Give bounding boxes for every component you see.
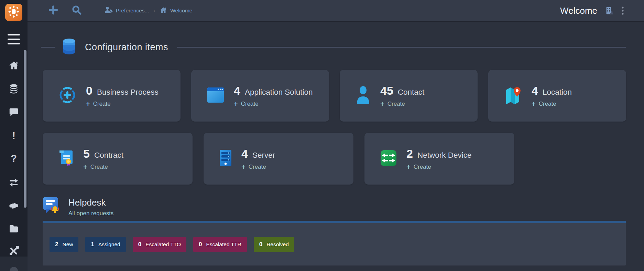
organization-building-icon[interactable]: [605, 6, 614, 15]
sidebar-item-problems[interactable]: ?: [8, 153, 19, 164]
helpdesk-subtitle: All open requests: [68, 210, 113, 217]
card-link[interactable]: 4 Location: [532, 84, 572, 97]
create-link[interactable]: + Create: [532, 101, 572, 107]
question-icon: ?: [11, 153, 17, 164]
kebab-menu-icon[interactable]: [621, 6, 624, 15]
helpdesk-chat-bell-icon: [43, 197, 59, 217]
breadcrumb: Preferences... › Welcome: [105, 7, 193, 15]
quick-create-button[interactable]: [48, 5, 58, 17]
breadcrumb-current-label: Welcome: [170, 8, 192, 14]
sidebar-footer: [0, 257, 28, 271]
contact-person-icon: [356, 86, 371, 105]
badge-label: New: [62, 241, 73, 248]
helpdesk-badge-escalated-ttr[interactable]: 0 Escalated TTR: [193, 237, 247, 252]
helpdesk-badge-new[interactable]: 2 New: [50, 237, 78, 252]
card-label: Network Device: [417, 151, 472, 160]
handshake-icon: [8, 201, 19, 210]
helpdesk-panel: 2 New 1 Assigned 0 Escalated TTO 0 Escal…: [43, 221, 626, 265]
sidebar-item-documents[interactable]: [8, 223, 19, 234]
folder-icon: [9, 224, 19, 232]
plus-icon: +: [83, 164, 87, 170]
create-link[interactable]: + Create: [234, 101, 313, 107]
card-label: Location: [543, 88, 572, 97]
helpdesk-badge-assigned[interactable]: 1 Assigned: [85, 237, 125, 252]
plus-icon: +: [86, 101, 90, 107]
plus-icon: [48, 5, 58, 17]
badge-count: 0: [199, 241, 202, 248]
header-rule-right: [177, 47, 626, 48]
user-menu-label[interactable]: Welcome: [560, 6, 597, 16]
hamburger-menu-icon[interactable]: [8, 34, 20, 44]
location-map-pin-icon: [504, 86, 522, 106]
create-link[interactable]: + Create: [83, 164, 123, 170]
breadcrumb-current[interactable]: Welcome: [160, 7, 192, 15]
card-link[interactable]: 45 Contact: [380, 84, 424, 97]
contract-certificate-icon: [58, 149, 74, 168]
helpdesk-header: Helpdesk All open requests: [43, 197, 113, 217]
badge-count: 0: [259, 241, 262, 248]
card-application-solution: 4 Application Solution + Create: [191, 70, 329, 122]
header-rule-left: [41, 47, 55, 48]
card-count: 0: [86, 84, 92, 97]
plus-icon: +: [380, 101, 384, 107]
card-link[interactable]: 4 Server: [241, 147, 275, 160]
sidebar-item-admin-tools[interactable]: [8, 246, 19, 257]
card-link[interactable]: 4 Application Solution: [234, 84, 313, 97]
database-cylinder-icon: [63, 38, 76, 56]
card-count: 2: [406, 147, 413, 160]
section-title: Configuration items: [85, 42, 168, 53]
create-label: Create: [90, 164, 108, 170]
sidebar-item-incidents[interactable]: !: [8, 130, 19, 141]
card-link[interactable]: 0 Business Process: [86, 84, 159, 97]
server-icon: [219, 149, 232, 168]
create-label: Create: [388, 101, 405, 107]
plus-icon: +: [241, 164, 245, 170]
home-icon: [160, 7, 167, 15]
badge-label: Resolved: [266, 241, 289, 248]
breadcrumb-parent[interactable]: Preferences...: [105, 7, 149, 15]
card-count: 4: [234, 84, 240, 97]
database-icon: [9, 84, 19, 94]
cards-row-1: 0 Business Process + Create: [43, 70, 626, 122]
sidebar-scrollbar[interactable]: [24, 50, 26, 208]
card-count: 45: [380, 84, 393, 97]
section-header: Configuration items: [41, 37, 626, 57]
sidebar: ! ?: [0, 0, 28, 271]
sidebar-item-services[interactable]: [8, 200, 19, 211]
sidebar-item-home[interactable]: [8, 60, 19, 71]
badge-count: 2: [55, 241, 58, 248]
cards-row-2: 5 Contract + Create: [43, 133, 514, 185]
helpdesk-title: Helpdesk: [68, 197, 113, 208]
card-count: 4: [532, 84, 538, 97]
card-link[interactable]: 5 Contract: [83, 147, 123, 160]
sidebar-item-requests[interactable]: [8, 106, 19, 117]
badge-label: Escalated TTO: [145, 241, 181, 248]
home-icon: [9, 61, 19, 70]
main-content: Configuration items 0: [28, 21, 644, 271]
network-device-icon: [380, 150, 397, 168]
sidebar-item-changes[interactable]: [8, 177, 19, 188]
plus-icon: +: [532, 101, 536, 107]
app-logo[interactable]: [5, 4, 22, 21]
business-process-icon: [58, 86, 76, 105]
card-label: Server: [252, 151, 275, 160]
user-avatar[interactable]: [10, 267, 18, 271]
card-label: Contact: [398, 88, 425, 97]
create-link[interactable]: + Create: [406, 164, 471, 170]
global-search-button[interactable]: [72, 5, 82, 17]
badge-count: 0: [138, 241, 141, 248]
badge-label: Escalated TTR: [206, 241, 241, 248]
helpdesk-badge-escalated-tto[interactable]: 0 Escalated TTO: [133, 237, 186, 252]
card-link[interactable]: 2 Network Device: [406, 147, 471, 160]
breadcrumb-parent-label: Preferences...: [116, 8, 149, 14]
create-link[interactable]: + Create: [86, 101, 159, 107]
card-network-device: 2 Network Device + Create: [364, 133, 514, 185]
application-solution-icon: [207, 87, 224, 104]
card-label: Contract: [94, 151, 123, 160]
sidebar-item-configuration[interactable]: [8, 83, 19, 94]
badge-count: 1: [91, 241, 94, 248]
create-link[interactable]: + Create: [380, 101, 424, 107]
card-label: Business Process: [97, 88, 159, 97]
helpdesk-badge-resolved[interactable]: 0 Resolved: [254, 237, 294, 252]
create-link[interactable]: + Create: [241, 164, 275, 170]
